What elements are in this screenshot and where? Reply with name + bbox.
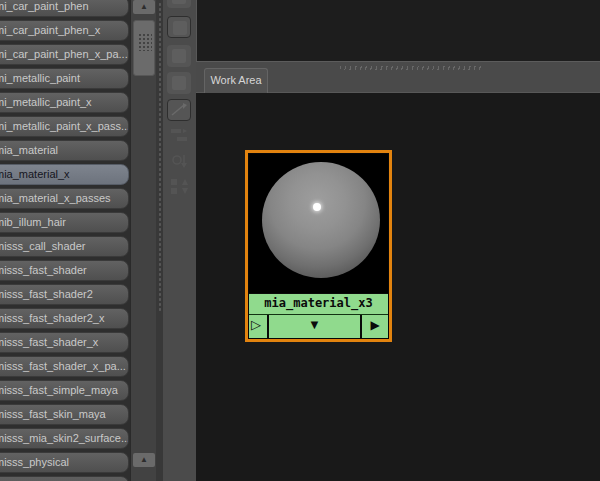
- node-outputs-icon[interactable]: ▶: [360, 315, 388, 338]
- specular-highlight-icon: [313, 203, 321, 211]
- node-title[interactable]: mia_material_x3: [249, 293, 388, 315]
- scrollbar-thumb[interactable]: [133, 20, 155, 76]
- sidebar-item-misss-fast-simple-maya[interactable]: misss_fast_simple_maya: [0, 380, 129, 401]
- vertical-splitter[interactable]: [156, 0, 163, 481]
- scroll-up-bottom-icon[interactable]: ▲: [133, 453, 155, 467]
- sidebar-item[interactable]: [0, 476, 129, 481]
- toolbar-button-5[interactable]: [167, 99, 191, 121]
- square-swatch-icon: [172, 76, 186, 90]
- sidebar-item-misss-call-shader[interactable]: misss_call_shader: [0, 236, 129, 257]
- rearrange-graph-icon[interactable]: [169, 126, 191, 144]
- node-swatch-toggle-icon[interactable]: ▼: [269, 315, 360, 338]
- toolbar-button-1[interactable]: [167, 0, 191, 8]
- side-toolbar: [163, 0, 196, 481]
- shader-node-body: mia_material_x3 ▷ ▼ ▶: [248, 153, 389, 339]
- node-footer-bar: ▷ ▼ ▶: [249, 315, 388, 338]
- sidebar-item-mi-metallic-paint-x-pass-[interactable]: mi_metallic_paint_x_pass...: [0, 116, 129, 137]
- tab-work-area[interactable]: Work Area: [204, 68, 268, 93]
- square-swatch-icon: [173, 21, 187, 35]
- square-swatch-icon: [172, 0, 186, 4]
- sidebar-item-mib-illum-hair[interactable]: mib_illum_hair: [0, 212, 129, 233]
- circle-down-arrow-icon[interactable]: [169, 152, 191, 170]
- sidebar-item-misss-fast-shader-x-pa-[interactable]: misss_fast_shader_x_pa...: [0, 356, 129, 377]
- sidebar-item-misss-physical[interactable]: misss_physical: [0, 452, 129, 473]
- sidebar-item-mi-car-paint-phen[interactable]: mi_car_paint_phen: [0, 0, 129, 17]
- sidebar-item-misss-fast-shader2-x[interactable]: misss_fast_shader2_x: [0, 308, 129, 329]
- panel-drag-handle-icon[interactable]: [340, 66, 484, 70]
- sidebar-item-misss-mia-skin2-surface-[interactable]: misss_mia_skin2_surface...: [0, 428, 129, 449]
- diagonal-arrow-icon: [168, 100, 190, 120]
- sidebar-item-mia-material-x-passes[interactable]: mia_material_x_passes: [0, 188, 129, 209]
- squares-updown-icon[interactable]: [169, 177, 191, 195]
- square-swatch-icon: [172, 49, 186, 63]
- sidebar-item-misss-fast-shader-x[interactable]: misss_fast_shader_x: [0, 332, 129, 353]
- sidebar-item-misss-fast-skin-maya[interactable]: misss_fast_skin_maya: [0, 404, 129, 425]
- create-bar-scrollbar[interactable]: ▲ ▲: [130, 0, 156, 481]
- shader-node-mia-material-x3[interactable]: mia_material_x3 ▷ ▼ ▶: [245, 150, 392, 342]
- toolbar-button-2[interactable]: [167, 16, 191, 38]
- material-swatch[interactable]: [249, 154, 388, 293]
- scrollbar-grip-icon: [138, 33, 152, 51]
- sidebar-item-mi-metallic-paint[interactable]: mi_metallic_paint: [0, 68, 129, 89]
- sidebar-item-mi-metallic-paint-x[interactable]: mi_metallic_paint_x: [0, 92, 129, 113]
- scroll-up-icon[interactable]: ▲: [133, 0, 155, 14]
- sidebar-item-misss-fast-shader2[interactable]: misss_fast_shader2: [0, 284, 129, 305]
- sidebar-item-misss-fast-shader[interactable]: misss_fast_shader: [0, 260, 129, 281]
- sidebar-item-mia-material[interactable]: mia_material: [0, 140, 129, 161]
- toolbar-button-3[interactable]: [167, 45, 191, 67]
- splitter-dots-icon: [158, 2, 162, 312]
- toolbar-button-4[interactable]: [167, 72, 191, 94]
- sidebar-item-mi-car-paint-phen-x-pa-[interactable]: mi_car_paint_phen_x_pa...: [0, 44, 129, 65]
- node-inputs-icon[interactable]: ▷: [249, 315, 269, 338]
- sidebar-item-mia-material-x[interactable]: mia_material_x: [0, 164, 129, 185]
- workarea-tab-bar: Work Area: [196, 62, 600, 93]
- swatch-sphere-icon: [262, 162, 380, 278]
- create-bar-list: mi_car_paint_phenmi_car_paint_phen_xmi_c…: [0, 0, 130, 481]
- hypershade-window: mi_car_paint_phenmi_car_paint_phen_xmi_c…: [0, 0, 600, 481]
- workarea-canvas[interactable]: mia_material_x3 ▷ ▼ ▶: [196, 93, 600, 481]
- upper-panel: [196, 0, 600, 62]
- sidebar-item-mi-car-paint-phen-x[interactable]: mi_car_paint_phen_x: [0, 20, 129, 41]
